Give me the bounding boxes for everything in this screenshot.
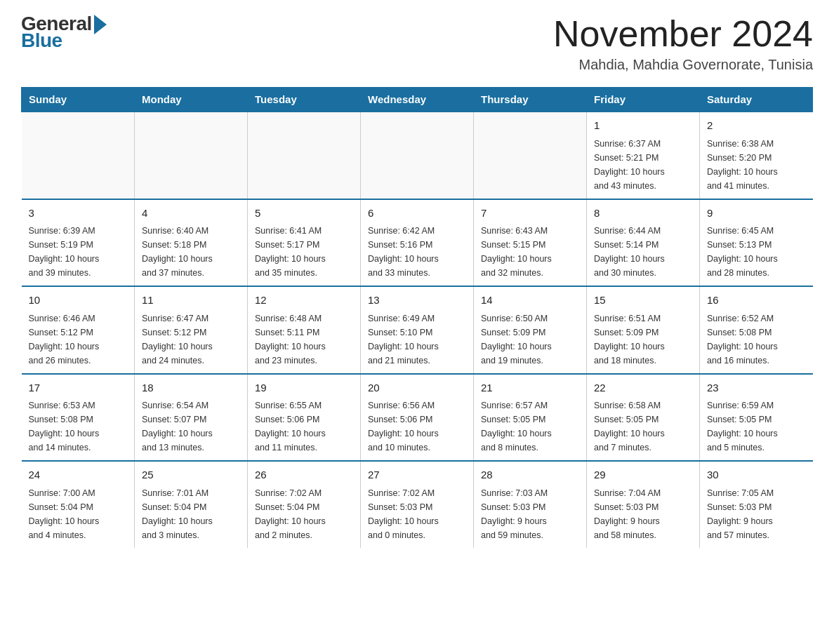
calendar-cell — [361, 112, 474, 199]
calendar-cell: 23Sunrise: 6:59 AM Sunset: 5:05 PM Dayli… — [700, 374, 813, 462]
day-number: 10 — [29, 293, 128, 309]
day-number: 13 — [368, 293, 466, 309]
day-info: Sunrise: 6:38 AM Sunset: 5:20 PM Dayligh… — [707, 137, 806, 193]
day-number: 22 — [594, 380, 692, 396]
calendar-cell: 13Sunrise: 6:49 AM Sunset: 5:10 PM Dayli… — [361, 286, 474, 374]
day-number: 20 — [368, 380, 466, 396]
day-number: 8 — [594, 206, 692, 222]
day-number: 12 — [255, 293, 353, 309]
day-info: Sunrise: 6:45 AM Sunset: 5:13 PM Dayligh… — [707, 224, 806, 280]
calendar-cell — [248, 112, 361, 199]
day-info: Sunrise: 6:42 AM Sunset: 5:16 PM Dayligh… — [368, 224, 466, 280]
calendar-cell: 22Sunrise: 6:58 AM Sunset: 5:05 PM Dayli… — [587, 374, 700, 462]
calendar-cell: 1Sunrise: 6:37 AM Sunset: 5:21 PM Daylig… — [587, 112, 700, 199]
day-number: 11 — [142, 293, 240, 309]
month-title: November 2024 — [553, 14, 813, 54]
calendar-cell: 10Sunrise: 6:46 AM Sunset: 5:12 PM Dayli… — [22, 286, 135, 374]
day-number: 4 — [142, 206, 240, 222]
day-info: Sunrise: 7:03 AM Sunset: 5:03 PM Dayligh… — [481, 486, 579, 542]
day-number: 27 — [368, 467, 466, 483]
day-number: 26 — [255, 467, 353, 483]
weekday-header-saturday: Saturday — [700, 88, 813, 112]
logo: General Blue — [21, 14, 107, 51]
day-number: 17 — [29, 380, 128, 396]
day-number: 24 — [29, 467, 128, 483]
day-info: Sunrise: 6:57 AM Sunset: 5:05 PM Dayligh… — [481, 398, 579, 455]
calendar-cell — [474, 112, 587, 199]
day-number: 15 — [594, 293, 692, 309]
day-info: Sunrise: 6:41 AM Sunset: 5:17 PM Dayligh… — [255, 224, 353, 280]
calendar-cell: 15Sunrise: 6:51 AM Sunset: 5:09 PM Dayli… — [587, 286, 700, 374]
calendar-cell — [135, 112, 248, 199]
day-number: 7 — [481, 206, 579, 222]
weekday-header-wednesday: Wednesday — [361, 88, 474, 112]
title-section: November 2024 Mahdia, Mahdia Governorate… — [553, 14, 813, 73]
calendar-week-row: 3Sunrise: 6:39 AM Sunset: 5:19 PM Daylig… — [22, 199, 813, 287]
calendar-cell: 27Sunrise: 7:02 AM Sunset: 5:03 PM Dayli… — [361, 461, 474, 548]
day-number: 23 — [707, 380, 806, 396]
calendar-cell: 3Sunrise: 6:39 AM Sunset: 5:19 PM Daylig… — [22, 199, 135, 287]
day-number: 18 — [142, 380, 240, 396]
day-info: Sunrise: 6:51 AM Sunset: 5:09 PM Dayligh… — [594, 311, 692, 368]
day-info: Sunrise: 6:37 AM Sunset: 5:21 PM Dayligh… — [594, 137, 692, 193]
day-info: Sunrise: 6:44 AM Sunset: 5:14 PM Dayligh… — [594, 224, 692, 280]
calendar-cell — [22, 112, 135, 199]
day-number: 29 — [594, 467, 692, 483]
day-info: Sunrise: 6:58 AM Sunset: 5:05 PM Dayligh… — [594, 398, 692, 455]
calendar-cell: 21Sunrise: 6:57 AM Sunset: 5:05 PM Dayli… — [474, 374, 587, 462]
day-info: Sunrise: 6:54 AM Sunset: 5:07 PM Dayligh… — [142, 398, 240, 455]
day-number: 30 — [707, 467, 806, 483]
calendar-cell: 28Sunrise: 7:03 AM Sunset: 5:03 PM Dayli… — [474, 461, 587, 548]
weekday-header-row: SundayMondayTuesdayWednesdayThursdayFrid… — [22, 88, 813, 112]
calendar-cell: 7Sunrise: 6:43 AM Sunset: 5:15 PM Daylig… — [474, 199, 587, 287]
calendar-week-row: 24Sunrise: 7:00 AM Sunset: 5:04 PM Dayli… — [22, 461, 813, 548]
day-info: Sunrise: 6:40 AM Sunset: 5:18 PM Dayligh… — [142, 224, 240, 280]
calendar-cell: 20Sunrise: 6:56 AM Sunset: 5:06 PM Dayli… — [361, 374, 474, 462]
page-header: General Blue November 2024 Mahdia, Mahdi… — [21, 14, 813, 73]
day-info: Sunrise: 6:50 AM Sunset: 5:09 PM Dayligh… — [481, 311, 579, 368]
calendar-cell: 30Sunrise: 7:05 AM Sunset: 5:03 PM Dayli… — [700, 461, 813, 548]
day-number: 3 — [29, 206, 128, 222]
day-info: Sunrise: 6:52 AM Sunset: 5:08 PM Dayligh… — [707, 311, 806, 368]
day-number: 28 — [481, 467, 579, 483]
calendar-cell: 6Sunrise: 6:42 AM Sunset: 5:16 PM Daylig… — [361, 199, 474, 287]
day-info: Sunrise: 6:39 AM Sunset: 5:19 PM Dayligh… — [29, 224, 128, 280]
day-info: Sunrise: 6:55 AM Sunset: 5:06 PM Dayligh… — [255, 398, 353, 455]
day-info: Sunrise: 6:59 AM Sunset: 5:05 PM Dayligh… — [707, 398, 806, 455]
weekday-header-monday: Monday — [135, 88, 248, 112]
day-number: 21 — [481, 380, 579, 396]
day-number: 16 — [707, 293, 806, 309]
day-number: 1 — [594, 118, 692, 134]
calendar-cell: 9Sunrise: 6:45 AM Sunset: 5:13 PM Daylig… — [700, 199, 813, 287]
day-number: 2 — [707, 118, 806, 134]
day-info: Sunrise: 7:04 AM Sunset: 5:03 PM Dayligh… — [594, 486, 692, 542]
calendar-cell: 26Sunrise: 7:02 AM Sunset: 5:04 PM Dayli… — [248, 461, 361, 548]
day-info: Sunrise: 6:53 AM Sunset: 5:08 PM Dayligh… — [29, 398, 128, 455]
day-info: Sunrise: 6:46 AM Sunset: 5:12 PM Dayligh… — [29, 311, 128, 368]
calendar-cell: 17Sunrise: 6:53 AM Sunset: 5:08 PM Dayli… — [22, 374, 135, 462]
day-number: 9 — [707, 206, 806, 222]
calendar-cell: 19Sunrise: 6:55 AM Sunset: 5:06 PM Dayli… — [248, 374, 361, 462]
weekday-header-sunday: Sunday — [22, 88, 135, 112]
day-number: 5 — [255, 206, 353, 222]
day-number: 6 — [368, 206, 466, 222]
calendar-week-row: 17Sunrise: 6:53 AM Sunset: 5:08 PM Dayli… — [22, 374, 813, 462]
calendar-cell: 12Sunrise: 6:48 AM Sunset: 5:11 PM Dayli… — [248, 286, 361, 374]
calendar-cell: 4Sunrise: 6:40 AM Sunset: 5:18 PM Daylig… — [135, 199, 248, 287]
day-info: Sunrise: 7:05 AM Sunset: 5:03 PM Dayligh… — [707, 486, 806, 542]
day-number: 14 — [481, 293, 579, 309]
day-info: Sunrise: 6:48 AM Sunset: 5:11 PM Dayligh… — [255, 311, 353, 368]
day-info: Sunrise: 6:43 AM Sunset: 5:15 PM Dayligh… — [481, 224, 579, 280]
day-info: Sunrise: 6:49 AM Sunset: 5:10 PM Dayligh… — [368, 311, 466, 368]
day-number: 19 — [255, 380, 353, 396]
calendar-cell: 5Sunrise: 6:41 AM Sunset: 5:17 PM Daylig… — [248, 199, 361, 287]
day-info: Sunrise: 7:02 AM Sunset: 5:04 PM Dayligh… — [255, 486, 353, 542]
calendar-cell: 16Sunrise: 6:52 AM Sunset: 5:08 PM Dayli… — [700, 286, 813, 374]
calendar-cell: 14Sunrise: 6:50 AM Sunset: 5:09 PM Dayli… — [474, 286, 587, 374]
calendar-cell: 2Sunrise: 6:38 AM Sunset: 5:20 PM Daylig… — [700, 112, 813, 199]
day-info: Sunrise: 7:02 AM Sunset: 5:03 PM Dayligh… — [368, 486, 466, 542]
day-info: Sunrise: 7:00 AM Sunset: 5:04 PM Dayligh… — [29, 486, 128, 542]
day-info: Sunrise: 6:56 AM Sunset: 5:06 PM Dayligh… — [368, 398, 466, 455]
weekday-header-tuesday: Tuesday — [248, 88, 361, 112]
calendar-cell: 11Sunrise: 6:47 AM Sunset: 5:12 PM Dayli… — [135, 286, 248, 374]
